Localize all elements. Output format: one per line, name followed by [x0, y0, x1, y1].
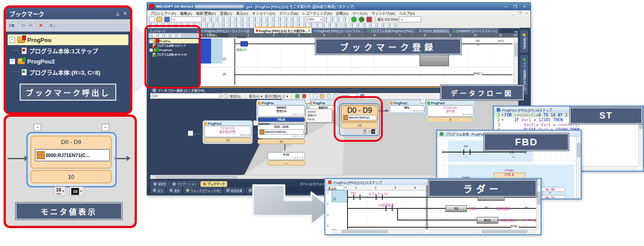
contact-da[interactable] — [386, 206, 393, 211]
dock-tree-progpou[interactable]: ProgPou — [149, 39, 199, 43]
operand-d0[interactable]: D0 10 — [469, 39, 487, 47]
menu-view[interactable]: 表示(V) — [236, 11, 248, 16]
monitor-start-icon[interactable] — [351, 17, 357, 22]
dfnode-sm400-group[interactable]: ProgPou SM400 常時ON 0ステップ TRUE — [256, 100, 306, 123]
pin-icon[interactable]: ⊥ — [115, 11, 120, 17]
ladder-window-vscroll[interactable] — [536, 190, 540, 229]
dock-tree-progpou2[interactable]: ProgPou2 — [149, 48, 199, 52]
menu-help[interactable]: ヘルプ(H) — [399, 11, 415, 16]
ladder-selected-cell[interactable] — [199, 38, 211, 64]
ladder-selected-cell-2[interactable] — [211, 38, 223, 64]
next-bookmark-icon[interactable]: ⇒ — [28, 22, 33, 29]
minimize-button[interactable]: — — [502, 4, 510, 9]
tree-item-body1[interactable]: プログラム本体:1ステップ — [8, 45, 128, 56]
toolbar-icons-4[interactable] — [343, 23, 398, 28]
radix-format-dropdown[interactable]: 10 ▾ — [370, 129, 378, 134]
watch-icon[interactable] — [366, 17, 372, 22]
menu-diagnostics[interactable]: 診断(D) — [336, 11, 348, 16]
tree-item-progpou[interactable]: ProgPou — [8, 34, 128, 45]
scan-combo[interactable] — [399, 17, 421, 22]
toolbar-icons-3[interactable] — [148, 23, 216, 28]
end-instruction[interactable]: [END ] — [511, 225, 519, 228]
dataflow-search-input[interactable]: D0 — [152, 93, 222, 99]
zoom-in-icon[interactable] — [326, 94, 331, 98]
tab-connection[interactable]: 接続先 — [151, 181, 169, 187]
tree-item-body2[interactable]: プログラム本体:(R=3, C=8) — [8, 67, 128, 77]
fbd-contact-m0[interactable] — [463, 149, 470, 155]
menu-convert[interactable]: 変換(C) — [220, 11, 232, 16]
layout-icon[interactable] — [360, 94, 364, 98]
bcd-instruction[interactable]: BCD — [477, 217, 498, 224]
new-project-icon[interactable] — [149, 17, 155, 22]
operand-k10[interactable]: K10 — [492, 39, 510, 43]
monitor-stop-icon[interactable] — [359, 17, 364, 22]
module-field[interactable]: 0000:RJ71EN71(C... — [35, 149, 110, 161]
mode-dropdown-icon[interactable]: ▾ — [345, 186, 347, 189]
collapse-icon[interactable] — [188, 131, 193, 136]
bit-format-dropdown[interactable]: 16±bit ▾ — [54, 187, 66, 196]
tab-progpou-ld-monitor[interactable]: ProgPou [PRG] [LD] モニタ実行中...× — [254, 27, 312, 34]
sort-icon[interactable]: ≡↓ — [49, 22, 55, 29]
menu-tool[interactable]: ツール(T) — [352, 11, 367, 16]
end-instruction[interactable]: [END ] — [473, 72, 483, 75]
search-icon[interactable] — [224, 94, 228, 98]
dock-output[interactable]: 出力 — [150, 187, 165, 193]
mdi-restore-icon[interactable]: ❐ — [518, 11, 521, 15]
collapse-icon-bmov[interactable] — [305, 99, 310, 103]
dock-pin-icon[interactable]: ⊥ — [196, 30, 198, 33]
dfnode-d20[interactable]: D20 - D29 0000:RJ71EN71(C.. 0ステップ 10 — [256, 123, 306, 145]
menu-window[interactable]: ウィンドウ(W) — [372, 11, 395, 16]
refresh-icon[interactable] — [295, 94, 300, 98]
mdi-minimize-icon[interactable]: _ — [513, 11, 514, 15]
contact-sm400[interactable] — [241, 41, 248, 47]
toolbar-icons-2[interactable] — [324, 17, 350, 22]
menu-debug[interactable]: デバッグ(B) — [279, 11, 298, 16]
delete-all-bookmarks-icon[interactable]: × — [39, 22, 43, 29]
dfnode-d0-selected[interactable]: D0 - D9 0000:RJ71EN71(C.. 10 16±bit ▾ 10… — [339, 103, 380, 136]
tab-navigation[interactable]: ナビゲーション — [170, 181, 199, 187]
toolbar-combo[interactable] — [171, 17, 202, 22]
dfnode-ticmv-group[interactable]: ProgPou2 TIC001.MV 操作量 R=7,C=1 0 — [426, 100, 475, 123]
ladder-mode-cell[interactable]: モニタ読出し — [199, 33, 229, 38]
tab-element-selection[interactable]: 部品選択 — [521, 30, 528, 52]
ladder-hscroll-left[interactable] — [331, 229, 426, 233]
ladder-mode-selector[interactable]: 書込み — [326, 186, 344, 190]
fbd-vscrollbar[interactable] — [576, 137, 580, 198]
pan-hand-icon[interactable] — [320, 94, 324, 98]
close-icon[interactable]: × — [123, 10, 127, 17]
open-project-icon[interactable] — [157, 17, 162, 22]
ladder-header-dash[interactable]: - — [229, 33, 236, 38]
tab-close-icon[interactable]: × — [308, 29, 310, 32]
zoom-out-icon[interactable] — [333, 94, 338, 98]
bit-format-dropdown[interactable]: 16±bit ▾ — [362, 129, 369, 134]
menu-find[interactable]: 検索/置換(F) — [196, 11, 216, 16]
dfnode-ticsv-group[interactable]: ProgPou2 TIC001.SV 設定値(目標) R=3,C=8 10 — [203, 120, 253, 144]
collapse-icon-sel[interactable] — [420, 99, 426, 103]
d0-node-zoomed[interactable]: D0 - D9 0000:RJ71EN71(C... 10 — [26, 132, 117, 187]
collapse-icon-right[interactable] — [102, 124, 109, 131]
ladder-hscroll-right[interactable] — [428, 229, 537, 233]
clear-icon[interactable] — [302, 94, 306, 98]
tab-bookmark[interactable]: ブックマーク — [200, 181, 227, 187]
split-divider[interactable] — [426, 185, 428, 229]
contact-enable[interactable] — [376, 195, 383, 200]
maximize-button[interactable]: ❐ — [511, 4, 519, 9]
dock-watch1[interactable]: ウォッチ1[ウォッチ中] — [183, 187, 222, 193]
dock-toolbar-icons[interactable] — [149, 34, 182, 38]
collapse-icon-left[interactable] — [34, 124, 41, 131]
menu-project[interactable]: プロジェクト(P) — [150, 11, 176, 16]
prev-bookmark-icon[interactable]: ⇐ — [21, 22, 26, 29]
close-button[interactable]: × — [521, 4, 529, 9]
menu-online[interactable]: オンライン(O) — [252, 11, 275, 16]
ladder-vscrollbar[interactable] — [514, 38, 518, 86]
contact-pb2[interactable] — [353, 195, 360, 200]
dataflow-rows-button[interactable]: 表示行数(R): 2 ▼ — [264, 94, 288, 98]
collapse-icon-d20[interactable] — [253, 120, 258, 126]
to-instruction[interactable]: TO — [445, 205, 467, 212]
toolbar-icons[interactable] — [203, 17, 304, 22]
dock-find-results[interactable]: 検索結果 — [224, 187, 245, 193]
collapse-icon[interactable] — [9, 37, 15, 43]
dataflow-view-button[interactable]: 表示(V) ▼ — [249, 94, 263, 98]
zoom-combo[interactable]: 175% — [305, 17, 323, 22]
save-project-icon[interactable] — [164, 17, 170, 22]
